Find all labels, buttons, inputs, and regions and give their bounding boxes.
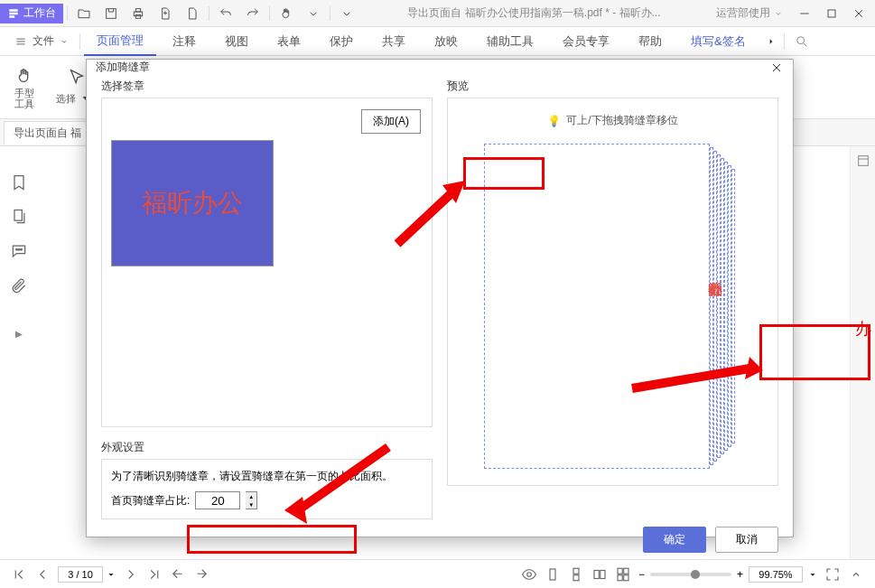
add-signature-button[interactable]: 添加(A) <box>361 109 421 134</box>
maximize-icon[interactable] <box>819 1 844 26</box>
eye-icon[interactable] <box>521 566 537 583</box>
svg-point-8 <box>18 249 20 251</box>
file-menu[interactable]: 文件 <box>7 33 76 49</box>
titlebar-right: 运营部使用 <box>709 1 875 26</box>
dialog-right-column: 预览 💡 可上/下拖拽骑缝章移位 福昕办公 <box>447 75 778 519</box>
export-icon[interactable] <box>153 1 178 26</box>
menu-help[interactable]: 帮助 <box>626 28 675 55</box>
bookmark-icon[interactable] <box>10 173 28 191</box>
page-icon[interactable] <box>180 1 205 26</box>
chevron-down-icon <box>774 9 783 18</box>
hand-tool-icon[interactable] <box>274 1 299 26</box>
comment-icon[interactable] <box>10 242 28 260</box>
svg-rect-21 <box>624 568 628 574</box>
dropdown-icon[interactable] <box>334 1 359 26</box>
continuous-icon[interactable] <box>568 566 584 583</box>
svg-point-9 <box>21 249 23 251</box>
zoom-controls: − + <box>638 566 817 583</box>
save-icon[interactable] <box>98 1 124 26</box>
hand-tool-button[interactable]: 手型 工具 <box>7 62 42 113</box>
preview-label: 预览 <box>447 75 778 98</box>
zoom-slider[interactable] <box>650 573 731 576</box>
menu-vip[interactable]: 会员专享 <box>550 28 622 55</box>
dialog-close-icon[interactable] <box>769 61 784 75</box>
print-icon[interactable] <box>126 1 151 26</box>
svg-rect-20 <box>618 568 622 574</box>
ratio-input[interactable] <box>195 491 240 509</box>
nav-forward-icon[interactable] <box>193 566 209 583</box>
spinner-up[interactable]: ▲ <box>246 492 256 500</box>
svg-point-5 <box>796 36 804 43</box>
pages-icon[interactable] <box>10 208 28 226</box>
svg-rect-19 <box>600 570 605 578</box>
facing-continuous-icon[interactable] <box>615 566 631 583</box>
zoom-in-icon[interactable]: + <box>737 568 743 581</box>
ratio-spinner: ▲ ▼ <box>246 491 257 509</box>
nav-back-icon[interactable] <box>170 566 186 583</box>
chevron-down-icon[interactable] <box>808 570 817 579</box>
menu-page-management[interactable]: 页面管理 <box>84 27 156 56</box>
expand-sidebar[interactable]: ▶ <box>15 329 23 339</box>
preview-hint-text: 可上/下拖拽骑缝章移位 <box>566 113 677 128</box>
separator <box>209 6 209 21</box>
svg-rect-16 <box>573 568 579 574</box>
svg-rect-6 <box>14 210 22 221</box>
page-input[interactable] <box>58 566 103 583</box>
single-page-icon[interactable] <box>545 566 561 583</box>
title-bar: 工作台 导出页面自 福昕办公使用指南第一稿.pdf * - 福昕办... 运营部… <box>0 0 875 27</box>
svg-rect-4 <box>828 10 835 17</box>
preview-hint: 💡 可上/下拖拽骑缝章移位 <box>457 113 768 128</box>
separator <box>67 6 68 21</box>
zoom-input[interactable] <box>749 566 803 583</box>
prev-page-icon[interactable] <box>34 566 51 583</box>
menu-play[interactable]: 放映 <box>422 28 470 55</box>
minimize-icon[interactable] <box>792 1 817 26</box>
hand-icon <box>14 66 34 86</box>
first-page-icon[interactable] <box>11 566 27 583</box>
search-button[interactable] <box>788 34 815 49</box>
chevron-down-icon[interactable] <box>107 570 116 579</box>
cancel-button[interactable]: 取消 <box>715 527 778 553</box>
page-stack-preview[interactable]: 福昕办公 <box>484 144 719 478</box>
signature-text: 福昕办公 <box>142 186 243 220</box>
svg-rect-18 <box>594 570 599 578</box>
chevron-down-icon[interactable] <box>301 1 326 26</box>
menu-share[interactable]: 共享 <box>369 28 418 55</box>
signature-selection-box: 添加(A) 福昕办公 <box>101 98 433 427</box>
ok-button[interactable]: 确定 <box>643 527 706 553</box>
separator <box>269 6 270 21</box>
menu-fill-sign[interactable]: 填写&签名 <box>678 28 759 55</box>
chevron-down-icon <box>60 37 69 46</box>
svg-rect-0 <box>107 8 116 18</box>
next-page-icon[interactable] <box>123 566 139 583</box>
document-tab[interactable]: 导出页面自 福 <box>4 121 91 145</box>
menu-scroll-right[interactable] <box>762 37 780 46</box>
zoom-out-icon[interactable]: − <box>638 568 645 581</box>
menu-assist[interactable]: 辅助工具 <box>474 28 546 55</box>
appearance-description: 为了清晰识别骑缝章，请设置骑缝章在第一页的占比面积。 <box>111 469 423 484</box>
collapse-icon[interactable] <box>848 566 864 583</box>
last-page-icon[interactable] <box>146 566 163 583</box>
hand-tool-label: 手型 工具 <box>14 88 34 109</box>
svg-rect-23 <box>624 574 628 580</box>
fullscreen-icon[interactable] <box>824 566 841 583</box>
menu-protect[interactable]: 保护 <box>317 28 366 55</box>
panel-icon[interactable] <box>856 154 870 168</box>
signature-thumbnail[interactable]: 福昕办公 <box>111 140 274 266</box>
separator <box>784 33 785 50</box>
facing-icon[interactable] <box>591 566 608 583</box>
menu-view[interactable]: 视图 <box>212 28 261 55</box>
open-icon[interactable] <box>71 1 97 26</box>
dialog-footer: 确定 取消 <box>87 527 793 553</box>
undo-icon[interactable] <box>213 1 238 26</box>
dept-dropdown[interactable]: 运营部使用 <box>709 5 790 21</box>
lightbulb-icon: 💡 <box>547 115 561 127</box>
attachment-icon[interactable] <box>10 276 28 294</box>
svg-rect-22 <box>618 574 622 580</box>
menu-annotation[interactable]: 注释 <box>160 28 209 55</box>
redo-icon[interactable] <box>240 1 265 26</box>
brand-badge[interactable]: 工作台 <box>0 4 63 23</box>
close-icon[interactable] <box>846 1 871 26</box>
spinner-down[interactable]: ▼ <box>246 500 256 509</box>
menu-form[interactable]: 表单 <box>265 28 313 55</box>
